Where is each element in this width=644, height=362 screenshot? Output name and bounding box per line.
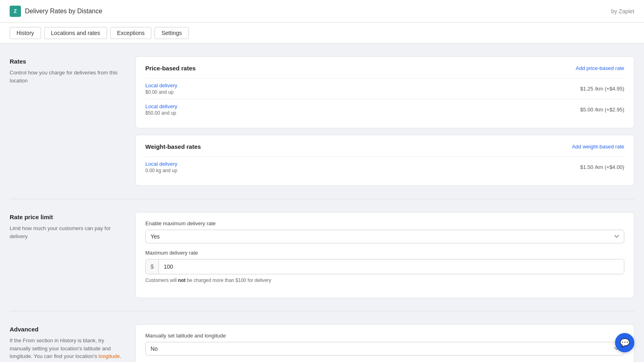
- max-delivery-rate-input-wrapper: $: [145, 259, 624, 274]
- add-price-based-rate-button[interactable]: Add price-based rate: [576, 65, 624, 71]
- manually-set-label: Manually set latitude and longitude: [145, 333, 624, 339]
- advanced-description: If the From section in History is blank,…: [10, 337, 122, 362]
- enable-max-rate-group: Enable maximum delivery rate Yes No: [145, 220, 624, 243]
- longitude-link[interactable]: longitude: [99, 353, 120, 359]
- weight-rate-item-1: Local delivery 0.00 kg and up $1.50 /km …: [145, 156, 624, 177]
- header-by: by Zapiet: [611, 8, 634, 14]
- manually-set-select[interactable]: No Yes: [145, 342, 624, 356]
- app-header: Z Delivery Rates by Distance by Zapiet: [0, 0, 644, 23]
- price-rate-item-2-name[interactable]: Local delivery: [145, 103, 178, 109]
- weight-based-title: Weight-based rates: [145, 143, 201, 150]
- rates-cards: Price-based rates Add price-based rate L…: [135, 56, 634, 186]
- price-rate-item-1-value: $1.25 /km (+$4.95): [580, 86, 624, 92]
- header-left: Z Delivery Rates by Distance: [10, 6, 102, 17]
- weight-based-header: Weight-based rates Add weight-based rate: [145, 143, 624, 150]
- main-content: Rates Control how you charge for deliver…: [0, 43, 644, 362]
- chat-button[interactable]: 💬: [615, 333, 634, 352]
- tab-locations-rates[interactable]: Locations and rates: [44, 27, 107, 39]
- price-rate-item-1-name[interactable]: Local delivery: [145, 82, 178, 88]
- weight-based-card: Weight-based rates Add weight-based rate…: [135, 135, 634, 186]
- manually-set-group: Manually set latitude and longitude No Y…: [145, 333, 624, 356]
- rates-title: Rates: [10, 58, 122, 65]
- weight-rate-item-1-info: Local delivery 0.00 kg and up: [145, 161, 178, 173]
- price-rate-item-1-range: $0.00 and up: [145, 89, 178, 95]
- rate-limit-description: Limit how much your customers can pay fo…: [10, 224, 122, 240]
- rate-price-limit-section: Rate price limit Limit how much your cus…: [10, 212, 634, 311]
- nav-tabs: History Locations and rates Exceptions S…: [0, 23, 644, 43]
- max-delivery-rate-input[interactable]: [159, 259, 624, 274]
- max-delivery-rate-label: Maximum delivery rate: [145, 250, 624, 256]
- price-rate-item-1: Local delivery $0.00 and up $1.25 /km (+…: [145, 78, 624, 99]
- hint-bold: not: [178, 278, 186, 283]
- rates-section: Rates Control how you charge for deliver…: [10, 56, 634, 199]
- weight-rate-item-1-name[interactable]: Local delivery: [145, 161, 178, 167]
- advanced-info: Advanced If the From section in History …: [10, 324, 122, 362]
- rates-description: Control how you charge for deliveries fr…: [10, 69, 122, 84]
- rate-limit-title: Rate price limit: [10, 214, 122, 220]
- app-logo: Z: [10, 6, 21, 17]
- price-rate-item-2-range: $50.00 and up: [145, 110, 178, 116]
- advanced-title: Advanced: [10, 326, 122, 333]
- tab-history[interactable]: History: [10, 27, 41, 39]
- enable-max-rate-select[interactable]: Yes No: [145, 230, 624, 243]
- price-based-card: Price-based rates Add price-based rate L…: [135, 56, 634, 128]
- max-rate-hint: Customers will not be charged more than …: [145, 278, 624, 283]
- advanced-card: Manually set latitude and longitude No Y…: [135, 324, 634, 362]
- rate-limit-info: Rate price limit Limit how much your cus…: [10, 212, 122, 298]
- tab-exceptions[interactable]: Exceptions: [110, 27, 151, 39]
- price-rate-item-1-info: Local delivery $0.00 and up: [145, 82, 178, 95]
- app-title: Delivery Rates by Distance: [25, 8, 102, 15]
- rate-limit-card: Enable maximum delivery rate Yes No Maxi…: [135, 212, 634, 298]
- price-rate-item-2-info: Local delivery $50.00 and up: [145, 103, 178, 116]
- tab-settings[interactable]: Settings: [155, 27, 189, 39]
- weight-rate-item-1-value: $1.50 /km (+$4.00): [580, 164, 624, 170]
- advanced-cards: Manually set latitude and longitude No Y…: [135, 324, 634, 362]
- advanced-section: Advanced If the From section in History …: [10, 324, 634, 362]
- rate-limit-cards: Enable maximum delivery rate Yes No Maxi…: [135, 212, 634, 298]
- weight-rate-item-1-range: 0.00 kg and up: [145, 168, 178, 173]
- price-rate-item-2: Local delivery $50.00 and up $5.00 /km (…: [145, 99, 624, 120]
- price-based-title: Price-based rates: [145, 65, 196, 72]
- dollar-prefix: $: [146, 259, 159, 274]
- chat-icon: 💬: [620, 338, 630, 348]
- enable-max-rate-label: Enable maximum delivery rate: [145, 220, 624, 226]
- max-delivery-rate-group: Maximum delivery rate $ Customers will n…: [145, 250, 624, 283]
- rates-info: Rates Control how you charge for deliver…: [10, 56, 122, 186]
- add-weight-based-rate-button[interactable]: Add weight-based rate: [572, 144, 624, 150]
- price-rate-item-2-value: $5.00 /km (+$2.95): [580, 107, 624, 113]
- price-based-header: Price-based rates Add price-based rate: [145, 65, 624, 72]
